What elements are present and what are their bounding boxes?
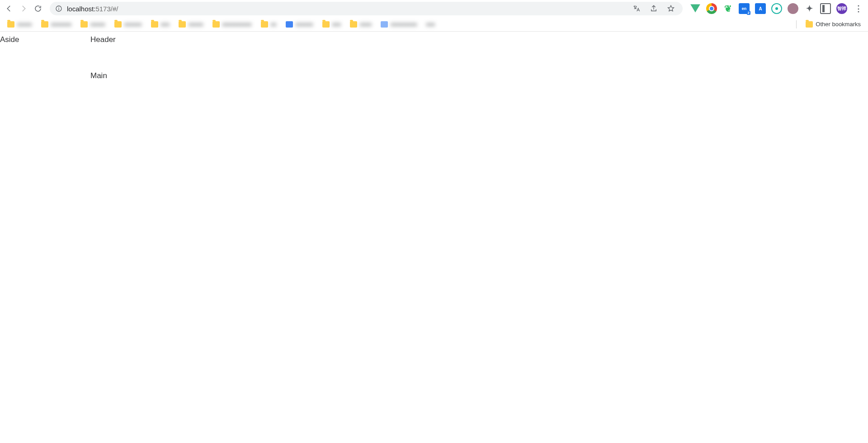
bookmark-item[interactable]: xxxxxx — [283, 20, 316, 28]
browser-chrome: localhost:5173/#/ ❦ en A ✦ 智祥 ⋮ xxxxx xx… — [0, 0, 868, 32]
main-label: Main — [90, 71, 107, 80]
bookmark-item[interactable]: xxxxxxxxx — [378, 20, 420, 28]
url-host: localhost: — [67, 5, 95, 13]
folder-icon — [806, 21, 813, 28]
forward-button[interactable] — [17, 2, 30, 15]
share-button[interactable] — [647, 2, 660, 15]
folder-icon — [261, 21, 268, 28]
toolbar: localhost:5173/#/ ❦ en A ✦ 智祥 ⋮ — [0, 0, 868, 17]
folder-icon — [7, 21, 14, 28]
bookmark-item[interactable]: xxxxxx — [112, 20, 145, 28]
layout-main: Main — [90, 59, 868, 443]
folder-icon — [322, 21, 330, 28]
svg-point-2 — [58, 7, 59, 8]
bookmark-item[interactable]: xxxxxxxxxx — [210, 20, 255, 28]
extension-a[interactable]: A — [755, 3, 766, 14]
translate-icon — [632, 5, 641, 13]
bookmark-item[interactable]: xx — [258, 20, 279, 28]
page-viewport: Aside Header Main — [0, 32, 868, 443]
extension-evernote[interactable]: ❦ — [722, 3, 733, 14]
layout-right: Header Main — [90, 32, 868, 443]
bookmark-item[interactable]: xxxxxxx — [38, 20, 75, 28]
bookmark-star-button[interactable] — [665, 2, 677, 15]
star-icon — [667, 5, 675, 13]
folder-icon — [350, 21, 357, 28]
extension-vue-devtools[interactable] — [690, 3, 701, 14]
other-bookmarks[interactable]: Other bookmarks — [803, 20, 863, 28]
extension-chrome[interactable] — [706, 3, 717, 14]
chrome-menu-button[interactable]: ⋮ — [853, 3, 863, 14]
header-label: Header — [90, 35, 116, 44]
bookmark-item[interactable]: xxxxx — [5, 20, 35, 28]
extension-dot[interactable] — [788, 3, 798, 14]
address-bar[interactable]: localhost:5173/#/ — [50, 2, 683, 15]
folder-icon — [179, 21, 186, 28]
reload-button[interactable] — [32, 2, 44, 15]
bookmark-item[interactable]: xxx — [148, 20, 173, 28]
back-button[interactable] — [3, 2, 15, 15]
translate-button[interactable] — [630, 2, 643, 15]
page-icon — [286, 21, 293, 28]
bookmark-item[interactable]: xxxx — [347, 20, 374, 28]
folder-icon — [41, 21, 48, 28]
folder-icon — [151, 21, 158, 28]
layout-header: Header — [90, 32, 868, 59]
divider — [796, 20, 797, 28]
aside-label: Aside — [0, 35, 19, 44]
bookmark-item[interactable]: xxxxx — [176, 20, 206, 28]
folder-icon — [80, 21, 88, 28]
side-panel-button[interactable] — [820, 3, 831, 14]
folder-icon — [212, 21, 220, 28]
other-bookmarks-label: Other bookmarks — [816, 21, 861, 28]
bookmark-item[interactable]: xxx — [320, 20, 344, 28]
bookmarks-bar: xxxxx xxxxxxx xxxxx xxxxxx xxx xxxxx xxx… — [0, 17, 868, 32]
arrow-left-icon — [5, 5, 13, 13]
info-icon — [55, 5, 62, 12]
share-icon — [650, 5, 658, 13]
site-info-icon[interactable] — [55, 5, 62, 12]
layout-aside: Aside — [0, 32, 90, 443]
url-path: 5173/#/ — [95, 5, 118, 13]
folder-icon — [114, 21, 122, 28]
extension-language[interactable]: en — [739, 3, 750, 14]
app-layout: Aside Header Main — [0, 32, 868, 443]
bookmark-item[interactable]: xxx — [424, 20, 438, 28]
reload-icon — [34, 5, 42, 13]
profile-avatar[interactable]: 智祥 — [836, 3, 847, 14]
url-text: localhost:5173/#/ — [67, 5, 626, 13]
bookmark-item[interactable]: xxxxx — [78, 20, 108, 28]
page-icon — [381, 21, 388, 28]
extensions-button[interactable]: ✦ — [804, 3, 815, 14]
extension-circle[interactable] — [771, 3, 782, 14]
arrow-right-icon — [19, 5, 28, 13]
